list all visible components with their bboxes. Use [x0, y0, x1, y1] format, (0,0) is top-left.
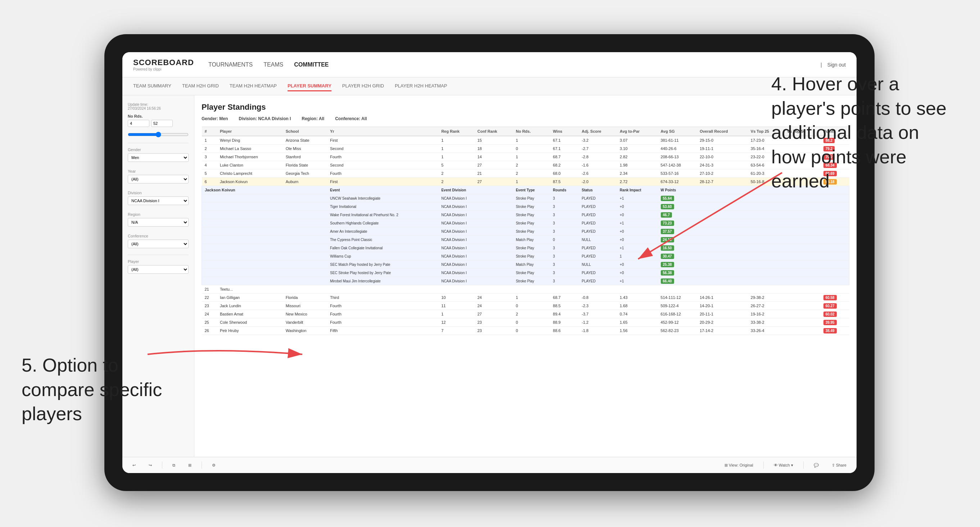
col-reg-rank: Reg Rank	[438, 127, 474, 137]
conference-filter-display: Conference: All	[335, 116, 367, 121]
nav-tournaments[interactable]: TOURNAMENTS	[208, 60, 253, 70]
nav-teams[interactable]: TEAMS	[263, 60, 283, 70]
points-badge[interactable]: 39.95	[823, 320, 837, 325]
nav-committee[interactable]: COMMITTEE	[294, 60, 329, 70]
undo-button[interactable]: ↩	[130, 462, 138, 469]
table-row: 2 Michael La Sasso Ole Miss Second 1 18 …	[202, 144, 850, 153]
event-points-badge[interactable]: 46.7	[661, 212, 672, 217]
col-adj-score: Adj. Score	[579, 127, 617, 137]
paste-button[interactable]: ⊞	[185, 462, 194, 469]
event-row: Wake Forest Invitational at Pinehurst No…	[202, 211, 850, 219]
table-row-highlighted: 6 Jackson Koivun Auburn First 2 27 1 87.…	[202, 178, 850, 186]
update-time: Update time: 27/03/2024 16:56:26	[128, 103, 189, 110]
col-rank: #	[202, 127, 217, 137]
table-row: 1 Wenyi Ding Arizona State First 1 15 1 …	[202, 136, 850, 144]
points-badge[interactable]: 60.58	[823, 295, 837, 300]
share-button[interactable]: ⇪ Share	[829, 462, 850, 469]
redo-button[interactable]: ↪	[146, 462, 155, 469]
division-filter-display: Division: NCAA Division I	[239, 116, 291, 121]
view-original-button[interactable]: ⊞ View: Original	[722, 462, 756, 469]
event-points-badge[interactable]: 37.57	[661, 229, 674, 234]
event-row: Fallen Oak Collegiate Invitational NCAA …	[202, 244, 850, 252]
player-filter-label: Player	[128, 259, 189, 264]
logo-area: SCOREBOARD Powered by clippi	[133, 58, 194, 71]
table-row: 21 Teetu...	[202, 285, 850, 294]
sub-nav-team-h2h-grid[interactable]: TEAM H2H GRID	[182, 81, 219, 91]
right-panel: Player Standings Gender: Men Division: N…	[194, 95, 857, 457]
copy-button[interactable]: ⧉	[170, 462, 178, 469]
toolbar-separator-2	[202, 462, 202, 469]
no-rds-from-input[interactable]	[128, 120, 150, 127]
event-row: Southern Highlands Collegiate NCAA Divis…	[202, 219, 850, 227]
table-row: 26 Petr Hruby Washington Fifth 7 23 0 88…	[202, 327, 850, 335]
tablet-device: SCOREBOARD Powered by clippi TOURNAMENTS…	[104, 34, 875, 491]
event-points-badge[interactable]: 24.11	[661, 237, 674, 243]
watch-button[interactable]: 👁 Watch ▾	[771, 462, 796, 469]
event-col-rank: Rank Impact	[617, 186, 657, 194]
nav-items: TOURNAMENTS TEAMS COMMITTEE	[208, 60, 821, 70]
tablet-screen: SCOREBOARD Powered by clippi TOURNAMENTS…	[123, 52, 857, 473]
table-row: 23 Jack Lundin Missouri Fourth 11 24 0 8…	[202, 302, 850, 310]
comment-button[interactable]: 💬	[811, 462, 822, 469]
table-row: 3 Michael Thorbjornsen Stanford Fourth 1…	[202, 153, 850, 161]
points-badge[interactable]: 38.49	[823, 328, 837, 333]
event-row: SEC Stroke Play hosted by Jerry Pate NCA…	[202, 269, 850, 277]
event-row: UNCW Seahawk Intercollegiate NCAA Divisi…	[202, 194, 850, 203]
conference-filter-label: Conference	[128, 234, 189, 238]
col-overall-record: Overall Record	[697, 127, 748, 137]
event-col-type: Event Type	[513, 186, 550, 194]
region-select[interactable]: N/A	[128, 218, 189, 227]
sub-nav-player-h2h-heatmap[interactable]: PLAYER H2H HEATMAP	[395, 81, 447, 91]
nav-right: | Sign out	[821, 62, 846, 68]
region-filter-label: Region	[128, 212, 189, 217]
event-points-badge[interactable]: 56.38	[661, 270, 674, 276]
event-col-status: Status	[579, 186, 617, 194]
event-row: The Cypress Point Classic NCAA Division …	[202, 236, 850, 244]
event-row: Williams Cup NCAA Division I Stroke Play…	[202, 252, 850, 260]
sub-nav-team-summary[interactable]: TEAM SUMMARY	[133, 81, 171, 91]
logo-text: SCOREBOARD	[133, 58, 194, 67]
page-title: Player Standings	[202, 103, 850, 112]
no-rds-slider[interactable]	[128, 132, 189, 137]
col-player: Player	[217, 127, 283, 137]
settings-button[interactable]: ⚙	[209, 462, 218, 469]
table-row: 5 Christo Lamprecht Georgia Tech Fourth …	[202, 170, 850, 178]
event-points-badge[interactable]: 73.23	[661, 221, 674, 226]
event-points-badge[interactable]: 25.38	[661, 262, 674, 267]
col-avg-sg: Avg SG	[658, 127, 697, 137]
event-row: Tiger Invitational NCAA Division I Strok…	[202, 203, 850, 211]
col-no-rds: No Rds.	[513, 127, 550, 137]
filter-row: Gender: Men Division: NCAA Division I Re…	[202, 116, 850, 121]
sub-nav-player-summary[interactable]: PLAYER SUMMARY	[288, 81, 331, 91]
gender-select[interactable]: Men	[128, 153, 189, 162]
logo-sub: Powered by clippi	[133, 67, 194, 71]
event-points-badge[interactable]: 66.40	[661, 278, 674, 284]
table-row: 24 Bastien Amat New Mexico Fourth 1 27 2…	[202, 310, 850, 318]
event-points-badge[interactable]: 16.50	[661, 245, 674, 251]
points-badge[interactable]: 60.27	[823, 303, 837, 309]
division-filter-label: Division	[128, 190, 189, 195]
event-points-badge[interactable]: 53.60	[661, 204, 674, 210]
sub-nav-team-h2h-heatmap[interactable]: TEAM H2H HEATMAP	[230, 81, 277, 91]
sub-nav-player-h2h-grid[interactable]: PLAYER H2H GRID	[342, 81, 384, 91]
toolbar-separator	[162, 462, 162, 469]
event-header-row: Jackson Koivun Event Event Division Even…	[202, 186, 850, 194]
year-select[interactable]: (All)	[128, 175, 189, 183]
sign-out-link[interactable]: Sign out	[827, 62, 846, 68]
conference-select[interactable]: (All)	[128, 240, 189, 248]
player-select[interactable]: (All)	[128, 265, 189, 274]
table-row: 4 Luke Clanton Florida State Second 5 27…	[202, 161, 850, 170]
col-school: School	[283, 127, 327, 137]
col-yr: Yr	[327, 127, 438, 137]
event-points-badge[interactable]: 55.64	[661, 196, 674, 201]
col-conf-rank: Conf Rank	[474, 127, 513, 137]
main-content: Update time: 27/03/2024 16:56:26 No Rds.…	[123, 95, 857, 457]
col-wins: Wins	[550, 127, 579, 137]
bottom-toolbar: ↩ ↪ ⧉ ⊞ ⚙ ⊞ View: Original 👁 Watch ▾ 💬 ⇪…	[123, 457, 857, 473]
gender-filter-label: Gender	[128, 148, 189, 152]
event-points-badge[interactable]: 30.47	[661, 254, 674, 259]
event-row: Amer An Intercollegiate NCAA Division I …	[202, 227, 850, 236]
no-rds-to-input[interactable]	[151, 120, 173, 127]
points-badge[interactable]: 60.02	[823, 311, 837, 317]
division-select[interactable]: NCAA Division I	[128, 197, 189, 205]
